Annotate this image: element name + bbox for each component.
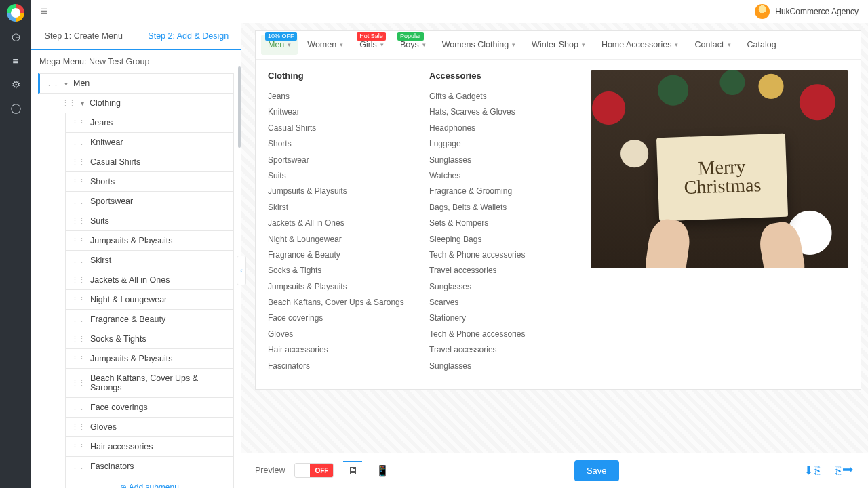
desktop-icon[interactable]: 🖥	[343, 461, 362, 480]
nav-women[interactable]: Women▾	[300, 35, 350, 55]
mega-link[interactable]: Tech & Phone accessories	[429, 327, 572, 342]
mega-link[interactable]: Gifts & Gadgets	[429, 89, 572, 104]
drag-handle-icon[interactable]: ⋮⋮	[71, 335, 85, 344]
mega-link[interactable]: Fragrance & Grooming	[429, 184, 572, 199]
tree-node-item[interactable]: ⋮⋮Fragrance & Beauty	[65, 310, 234, 329]
export-icon[interactable]: ⎘⮕	[835, 464, 854, 478]
mega-link[interactable]: Knitwear	[268, 104, 410, 120]
mega-link[interactable]: Skirst	[268, 200, 410, 216]
drag-handle-icon[interactable]: ⋮⋮	[71, 217, 85, 226]
drag-handle-icon[interactable]: ⋮⋮	[71, 119, 85, 127]
mega-link[interactable]: Hats, Scarves & Gloves	[429, 104, 572, 120]
mega-link[interactable]: Sunglasses	[429, 152, 572, 168]
settings-icon[interactable]: ⚙	[12, 79, 20, 91]
mega-link[interactable]: Tech & Phone accessories	[429, 247, 572, 263]
mega-link[interactable]: Face coverings	[268, 310, 410, 326]
mega-link[interactable]: Scarves	[429, 295, 572, 310]
mega-link[interactable]: Fascinators	[268, 359, 410, 374]
nav-home-accessories[interactable]: Home Accessories▾	[595, 35, 686, 55]
nav-girls[interactable]: Hot Sale Girls▾	[353, 35, 391, 55]
tab-add-design[interactable]: Step 2: Add & Design	[136, 23, 241, 50]
tree-node-item[interactable]: ⋮⋮Jumpsuits & Playsuits	[65, 349, 234, 369]
mega-link[interactable]: Gloves	[268, 327, 410, 342]
drag-handle-icon[interactable]: ⋮⋮	[71, 423, 85, 432]
tree-node-item[interactable]: ⋮⋮Jackets & All in Ones	[65, 270, 234, 290]
mega-link[interactable]: Casual Shirts	[268, 121, 410, 136]
collapse-panel-icon[interactable]: ‹	[237, 256, 246, 285]
save-button[interactable]: Save	[574, 460, 619, 481]
import-icon[interactable]: ⬇⎘	[804, 463, 821, 478]
nav-boys[interactable]: Popular Boys▾	[393, 35, 433, 55]
drag-handle-icon[interactable]: ⋮⋮	[71, 315, 85, 324]
mega-link[interactable]: Sets & Rompers	[429, 216, 572, 231]
tab-create-menu[interactable]: Step 1: Create Menu	[31, 23, 136, 50]
add-submenu-button[interactable]: Add submenu	[65, 476, 234, 488]
mega-link[interactable]: Beach Kaftans, Cover Ups & Sarongs	[268, 295, 410, 310]
caret-down-icon[interactable]: ▾	[64, 80, 68, 87]
mega-link[interactable]: Travel accessories	[429, 342, 572, 358]
drag-handle-icon[interactable]: ⋮⋮	[71, 237, 85, 245]
mega-link[interactable]: Jumpsuits & Playsuits	[268, 279, 410, 295]
scrollbar[interactable]	[238, 66, 241, 148]
mega-link[interactable]: Luggage	[429, 136, 572, 152]
mega-link[interactable]: Jeans	[268, 89, 410, 104]
nav-men[interactable]: 10% OFF Men▾	[261, 35, 298, 55]
drag-handle-icon[interactable]: ⋮⋮	[71, 197, 85, 206]
tree-node-item[interactable]: ⋮⋮Socks & Tights	[65, 329, 234, 349]
drag-handle-icon[interactable]: ⋮⋮	[71, 138, 85, 147]
mega-link[interactable]: Shorts	[268, 136, 410, 152]
drag-handle-icon[interactable]: ⋮⋮	[71, 354, 85, 363]
drag-handle-icon[interactable]: ⋮⋮	[71, 443, 85, 451]
tree-node-item[interactable]: ⋮⋮Fascinators	[65, 457, 234, 476]
tree-node-child[interactable]: ⋮⋮▾Clothing	[56, 94, 234, 113]
user-chip[interactable]: HukCommerce Agency	[755, 4, 859, 19]
mega-link[interactable]: Bags, Belts & Wallets	[429, 200, 572, 216]
mega-link[interactable]: Hair accessories	[268, 342, 410, 358]
drag-handle-icon[interactable]: ⋮⋮	[71, 403, 85, 412]
tree-node-item[interactable]: ⋮⋮Jumpsuits & Playsuits	[65, 231, 234, 251]
nav-contact[interactable]: Contact▾	[688, 35, 737, 55]
drag-handle-icon[interactable]: ⋮⋮	[71, 158, 85, 167]
mega-link[interactable]: Sunglasses	[429, 279, 572, 295]
mega-link[interactable]: Watches	[429, 168, 572, 184]
tree-node-item[interactable]: ⋮⋮Beach Kaftans, Cover Ups & Sarongs	[65, 369, 234, 398]
menu-toggle-icon[interactable]: ≡	[41, 5, 47, 18]
mega-link[interactable]: Travel accessories	[429, 263, 572, 279]
tree-node-item[interactable]: ⋮⋮Knitwear	[65, 133, 234, 152]
mega-link[interactable]: Sleeping Bags	[429, 232, 572, 247]
tree-node-item[interactable]: ⋮⋮Gloves	[65, 418, 234, 437]
tree-node-item[interactable]: ⋮⋮Casual Shirts	[65, 152, 234, 172]
tree-node-item[interactable]: ⋮⋮Hair accessories	[65, 437, 234, 457]
mega-link[interactable]: Socks & Tights	[268, 263, 410, 279]
mega-link[interactable]: Jumpsuits & Playsuits	[268, 184, 410, 199]
nav-womens-clothing[interactable]: Womens Clothing▾	[435, 35, 522, 55]
drag-handle-icon[interactable]: ⋮⋮	[71, 276, 85, 285]
preview-toggle[interactable]: OFF	[294, 463, 334, 478]
mega-link[interactable]: Stationery	[429, 310, 572, 326]
tree-node-item[interactable]: ⋮⋮Shorts	[65, 172, 234, 192]
drag-handle-icon[interactable]: ⋮⋮	[71, 296, 85, 304]
tree-node-item[interactable]: ⋮⋮Jeans	[65, 113, 234, 133]
drag-handle-icon[interactable]: ⋮⋮	[45, 79, 59, 88]
tree-node-root[interactable]: ⋮⋮▾Men	[38, 73, 234, 94]
nav-catalog[interactable]: Catalog	[741, 35, 783, 55]
mobile-icon[interactable]: 📱	[372, 462, 393, 480]
tree-node-item[interactable]: ⋮⋮Sportswear	[65, 192, 234, 211]
drag-handle-icon[interactable]: ⋮⋮	[71, 462, 85, 471]
mega-link[interactable]: Headphones	[429, 121, 572, 136]
drag-handle-icon[interactable]: ⋮⋮	[71, 379, 85, 388]
nav-winter-shop[interactable]: Winter Shop▾	[525, 35, 592, 55]
mega-link[interactable]: Sunglasses	[429, 359, 572, 374]
info-icon[interactable]: ⓘ	[11, 103, 21, 116]
caret-down-icon[interactable]: ▾	[81, 100, 84, 107]
tree-node-item[interactable]: ⋮⋮Face coverings	[65, 398, 234, 418]
drag-handle-icon[interactable]: ⋮⋮	[71, 178, 85, 186]
drag-handle-icon[interactable]: ⋮⋮	[71, 256, 85, 265]
mega-link[interactable]: Sportswear	[268, 152, 410, 168]
tree-node-item[interactable]: ⋮⋮Suits	[65, 211, 234, 231]
mega-link[interactable]: Fragrance & Beauty	[268, 247, 410, 263]
dashboard-icon[interactable]: ◷	[12, 30, 20, 43]
mega-link[interactable]: Suits	[268, 168, 410, 184]
mega-link[interactable]: Jackets & All in Ones	[268, 216, 410, 231]
layers-icon[interactable]: ≡	[13, 55, 19, 66]
